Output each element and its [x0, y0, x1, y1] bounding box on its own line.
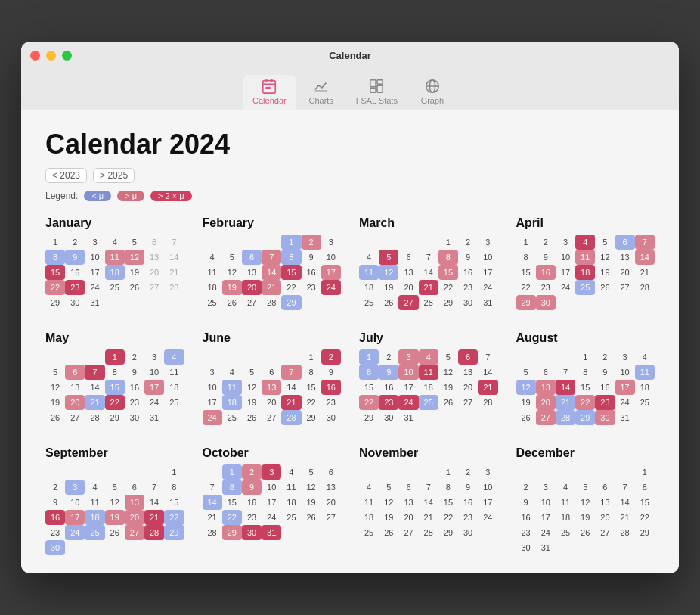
month-name-december: December	[516, 446, 655, 460]
svg-rect-0	[263, 81, 276, 94]
month-name-november: November	[359, 446, 498, 460]
day: 8	[281, 250, 301, 265]
cal-table-october: 1 2 3 4 5 6 7 8 9 10 11 12 13	[203, 464, 342, 540]
day: 16	[595, 380, 615, 395]
day: 22	[281, 280, 301, 295]
day: 23	[302, 280, 321, 295]
day: 22	[575, 395, 595, 410]
day: 17	[85, 265, 104, 280]
day: 10	[262, 480, 281, 495]
day: 17	[65, 510, 85, 525]
day: 10	[478, 250, 497, 265]
day: 29	[302, 410, 321, 425]
day: 23	[45, 525, 65, 540]
day: 23	[125, 395, 144, 410]
day: 26	[438, 395, 458, 410]
day: 12	[302, 480, 321, 495]
legend-above-2x-mean[interactable]: > 2 × μ	[150, 191, 191, 201]
month-name-may: May	[45, 331, 184, 345]
day: 22	[438, 510, 458, 525]
day: 25	[203, 295, 222, 310]
day: 17	[478, 495, 497, 510]
day: 1	[438, 235, 458, 250]
traffic-lights	[30, 51, 72, 61]
day: 3	[203, 365, 222, 380]
cal-table-may: 1 2 3 4 5 6 7 8 9 10 11	[45, 349, 184, 425]
day: 29	[359, 410, 379, 425]
day: 20	[398, 280, 418, 295]
day: 5	[105, 480, 125, 495]
day: 7	[164, 235, 184, 250]
day: 17	[203, 395, 222, 410]
day: 5	[379, 480, 398, 495]
tab-fsal-stats[interactable]: FSAL Stats	[347, 75, 407, 110]
day: 25	[359, 295, 379, 310]
day: 13	[398, 265, 418, 280]
minimize-button[interactable]	[46, 51, 56, 61]
month-name-march: March	[359, 216, 498, 230]
day: 9	[242, 480, 262, 495]
month-name-july: July	[359, 331, 498, 345]
year-navigation: < 2023 > 2025	[45, 168, 655, 183]
day: 7	[615, 480, 635, 495]
day: 8	[45, 250, 65, 265]
day: 7	[556, 365, 575, 380]
cal-table-june: 1 2 3 4 5 6 7 8 9 10 11	[203, 349, 342, 425]
day: 28	[281, 410, 301, 425]
legend-below-mean[interactable]: < μ	[84, 191, 111, 201]
legend-above-mean[interactable]: > μ	[117, 191, 144, 201]
day: 26	[379, 295, 398, 310]
day: 8	[635, 480, 655, 495]
day: 15	[281, 265, 301, 280]
day: 1	[516, 235, 536, 250]
day: 25	[575, 280, 595, 295]
day: 7	[635, 235, 655, 250]
day: 20	[536, 395, 556, 410]
day: 14	[635, 250, 655, 265]
day: 19	[379, 280, 398, 295]
day: 19	[575, 510, 595, 525]
day: 16	[125, 380, 144, 395]
day: 14	[419, 265, 438, 280]
day: 31	[85, 295, 104, 310]
close-button[interactable]	[30, 51, 40, 61]
day: 9	[536, 250, 556, 265]
day: 21	[556, 395, 575, 410]
day: 17	[478, 265, 497, 280]
day: 5	[379, 250, 398, 265]
day: 12	[516, 380, 536, 395]
day: 4	[575, 235, 595, 250]
day: 19	[222, 280, 242, 295]
day: 13	[125, 495, 144, 510]
prev-year-button[interactable]: < 2023	[45, 168, 87, 183]
day: 11	[419, 365, 438, 380]
day: 10	[203, 380, 222, 395]
day: 24	[478, 510, 497, 525]
tab-graph[interactable]: Graph	[408, 75, 457, 110]
tab-calendar-label: Calendar	[252, 96, 287, 105]
day: 4	[164, 349, 184, 365]
day: 4	[281, 464, 301, 480]
day: 30	[379, 410, 398, 425]
tab-calendar[interactable]: Calendar	[243, 75, 296, 110]
day: 15	[45, 265, 65, 280]
day: 15	[222, 495, 242, 510]
day: 24	[398, 395, 418, 410]
day: 3	[615, 349, 635, 365]
maximize-button[interactable]	[62, 51, 72, 61]
day: 15	[164, 495, 184, 510]
day: 11	[556, 495, 575, 510]
day: 18	[359, 280, 379, 295]
day: 20	[595, 510, 615, 525]
next-year-button[interactable]: > 2025	[93, 168, 135, 183]
day: 19	[516, 395, 536, 410]
day: 8	[575, 365, 595, 380]
day: 14	[144, 495, 164, 510]
day: 1	[438, 464, 458, 480]
day: 14	[478, 365, 497, 380]
day: 31	[398, 410, 418, 425]
day: 29	[45, 295, 65, 310]
tab-charts[interactable]: Charts	[297, 75, 345, 110]
day: 3	[85, 235, 104, 250]
day: 27	[242, 295, 262, 310]
